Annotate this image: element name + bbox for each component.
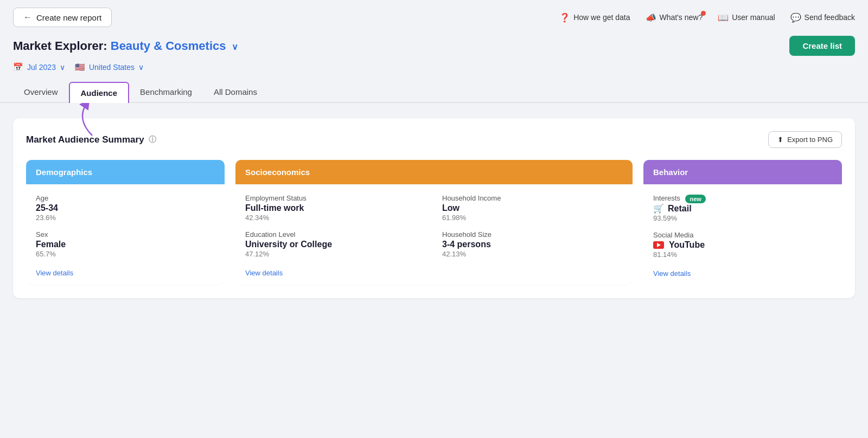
category-chevron-icon[interactable]: ∨ xyxy=(232,42,238,52)
interests-stat: Interests new 🛒 Retail 93.59% xyxy=(653,194,832,222)
calendar-icon: 📅 xyxy=(13,62,23,72)
age-percent: 23.6% xyxy=(36,214,215,222)
export-icon: ⬆ xyxy=(777,136,783,144)
household-size-label: Household Size xyxy=(442,230,623,239)
employment-percent: 42.34% xyxy=(245,214,426,222)
category-name: Beauty & Cosmetics xyxy=(111,39,226,53)
behavior-card: Behavior Interests new 🛒 Retail 93.59% xyxy=(643,160,842,285)
card-header: Market Audience Summary ⓘ ⬆ Export to PN… xyxy=(26,131,842,148)
education-percent: 47.12% xyxy=(245,250,426,258)
behavior-view-details-link[interactable]: View details xyxy=(653,269,691,278)
socioeconomics-body: Employment Status Full-time work 42.34% … xyxy=(235,184,633,285)
tabs-row: Overview Audience Benchmarking All Domai… xyxy=(0,82,868,103)
interests-label: Interests new xyxy=(653,194,832,202)
user-manual-label: User manual xyxy=(732,13,775,22)
demographics-title: Demographics xyxy=(36,168,92,177)
demographics-card: Demographics Age 25-34 23.6% Sex Female … xyxy=(26,160,225,285)
megaphone-icon: 📣 xyxy=(646,12,656,23)
whats-new-label: What's new? xyxy=(660,13,703,22)
back-arrow-icon: ← xyxy=(23,12,32,22)
social-media-percent: 81.14% xyxy=(653,250,832,259)
chat-icon: 💬 xyxy=(790,12,801,23)
create-report-button[interactable]: ← Create new report xyxy=(13,8,112,27)
market-audience-summary-card: Market Audience Summary ⓘ ⬆ Export to PN… xyxy=(13,118,855,298)
location-filter-button[interactable]: 🇺🇸 United States ∨ xyxy=(75,61,144,73)
interest-value-row: 🛒 Retail xyxy=(653,203,832,214)
tab-audience[interactable]: Audience xyxy=(69,82,130,103)
employment-stat: Employment Status Full-time work 42.34% xyxy=(245,194,426,222)
card-title: Market Audience Summary ⓘ xyxy=(26,134,156,145)
create-report-label: Create new report xyxy=(36,13,101,22)
socio-right: Household Income Low 61.98% Household Si… xyxy=(442,194,623,267)
date-filter-button[interactable]: 📅 Jul 2023 ∨ xyxy=(13,61,65,73)
sex-value: Female xyxy=(36,240,215,249)
sex-percent: 65.7% xyxy=(36,250,215,258)
behavior-body: Interests new 🛒 Retail 93.59% Social Med… xyxy=(643,184,842,285)
interest-percent: 93.59% xyxy=(653,214,832,222)
age-value: 25-34 xyxy=(36,203,215,213)
household-size-value: 3-4 persons xyxy=(442,240,623,249)
household-size-percent: 42.13% xyxy=(442,250,623,258)
how-data-label: How we get data xyxy=(573,13,630,22)
tab-overview[interactable]: Overview xyxy=(13,82,69,102)
book-icon: 📖 xyxy=(718,12,729,23)
page-header: Market Explorer: Beauty & Cosmetics ∨ Cr… xyxy=(0,33,868,73)
income-percent: 61.98% xyxy=(442,214,623,222)
behavior-title: Behavior xyxy=(653,168,688,177)
send-feedback-link[interactable]: 💬 Send feedback xyxy=(790,12,855,23)
notification-dot xyxy=(701,11,706,16)
summary-grid: Demographics Age 25-34 23.6% Sex Female … xyxy=(26,160,842,285)
employment-value: Full-time work xyxy=(245,203,426,213)
behavior-header: Behavior xyxy=(643,160,842,184)
how-we-get-data-link[interactable]: ❓ How we get data xyxy=(559,12,630,23)
age-label: Age xyxy=(36,194,215,202)
social-media-value-row: YouTube xyxy=(653,240,832,250)
location-filter-label: United States xyxy=(89,63,135,72)
income-value: Low xyxy=(442,203,623,213)
socioeconomics-view-details-link[interactable]: View details xyxy=(245,269,283,277)
filters-row: 📅 Jul 2023 ∨ 🇺🇸 United States ∨ xyxy=(13,61,855,73)
card-title-label: Market Audience Summary xyxy=(26,134,144,145)
page-title: Market Explorer: Beauty & Cosmetics ∨ xyxy=(13,39,238,53)
top-bar: ← Create new report ❓ How we get data 📣 … xyxy=(0,0,868,33)
create-list-button[interactable]: Create list xyxy=(789,36,855,56)
user-manual-link[interactable]: 📖 User manual xyxy=(718,12,775,23)
education-label: Education Level xyxy=(245,230,426,239)
social-media-value: YouTube xyxy=(669,240,705,250)
demographics-view-details-label: View details xyxy=(36,269,73,277)
whats-new-link[interactable]: 📣 What's new? xyxy=(646,12,703,23)
education-value: University or College xyxy=(245,240,426,249)
socioeconomics-card: Socioeconomics Employment Status Full-ti… xyxy=(235,160,633,285)
age-stat: Age 25-34 23.6% xyxy=(36,194,215,222)
socioeconomics-header: Socioeconomics xyxy=(235,160,633,184)
date-filter-label: Jul 2023 xyxy=(27,63,56,72)
info-icon[interactable]: ⓘ xyxy=(149,135,156,145)
socio-grid: Employment Status Full-time work 42.34% … xyxy=(245,194,623,267)
income-label: Household Income xyxy=(442,194,623,202)
youtube-icon xyxy=(653,241,664,249)
date-chevron-icon: ∨ xyxy=(60,63,65,72)
education-stat: Education Level University or College 47… xyxy=(245,230,426,258)
export-label: Export to PNG xyxy=(787,136,833,144)
social-media-stat: Social Media YouTube 81.14% xyxy=(653,231,832,259)
demographics-body: Age 25-34 23.6% Sex Female 65.7% View de… xyxy=(26,184,225,285)
demographics-header: Demographics xyxy=(26,160,225,184)
location-chevron-icon: ∨ xyxy=(138,63,144,72)
interest-value: Retail xyxy=(668,204,692,214)
tab-all-domains[interactable]: All Domains xyxy=(203,82,268,102)
social-media-label: Social Media xyxy=(653,231,832,239)
sex-stat: Sex Female 65.7% xyxy=(36,230,215,258)
page-title-row: Market Explorer: Beauty & Cosmetics ∨ Cr… xyxy=(13,36,855,56)
demographics-view-details-link[interactable]: View details xyxy=(36,269,73,277)
household-size-stat: Household Size 3-4 persons 42.13% xyxy=(442,230,623,258)
flag-icon: 🇺🇸 xyxy=(75,62,85,72)
income-stat: Household Income Low 61.98% xyxy=(442,194,623,222)
export-button[interactable]: ⬆ Export to PNG xyxy=(768,131,842,148)
new-badge: new xyxy=(685,195,705,203)
socioeconomics-title: Socioeconomics xyxy=(245,168,310,177)
tab-benchmarking[interactable]: Benchmarking xyxy=(129,82,203,102)
socio-left: Employment Status Full-time work 42.34% … xyxy=(245,194,426,267)
main-content: Market Audience Summary ⓘ ⬆ Export to PN… xyxy=(0,103,868,311)
send-feedback-label: Send feedback xyxy=(805,13,855,22)
socioeconomics-view-details-label: View details xyxy=(245,269,283,277)
